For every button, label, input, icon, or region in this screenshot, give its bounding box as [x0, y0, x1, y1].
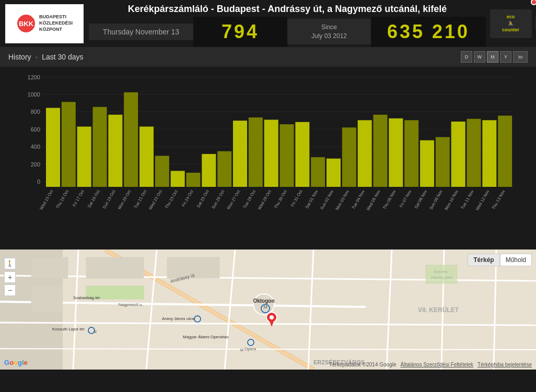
bar-label-7: Wed 22 Oct: [148, 189, 163, 211]
nav-icon-30days[interactable]: 30: [513, 51, 528, 63]
bar-20[interactable]: [358, 120, 372, 187]
bar-18[interactable]: [327, 159, 341, 187]
bar-7[interactable]: [155, 156, 169, 187]
bkk-logo: BKK BUDAPESTI KÖZLEKEDÉSI KÖZPONT: [0, 0, 89, 47]
svg-text:Opera: Opera: [244, 347, 257, 351]
svg-text:1000: 1000: [28, 91, 40, 98]
svg-text:M: M: [94, 330, 97, 334]
bar-9[interactable]: [187, 173, 201, 187]
bar-label-25: Sun 09 Nov: [428, 189, 444, 211]
bar-label-13: Tue 28 Oct: [242, 189, 257, 209]
bar-25[interactable]: [436, 137, 450, 187]
map-zoom-out[interactable]: −: [4, 284, 16, 296]
svg-text:VII. KERÜLET: VII. KERÜLET: [418, 306, 459, 314]
bar-label-26: Mon 10 Nov: [444, 189, 459, 211]
bar-23[interactable]: [404, 120, 418, 187]
bar-label-16: Fri 31 Oct: [290, 189, 304, 208]
map-person-icon[interactable]: 🚶: [4, 258, 16, 269]
bar-17[interactable]: [311, 157, 325, 187]
bar-label-15: Thu 30 Oct: [273, 189, 288, 209]
bar-28[interactable]: [482, 120, 496, 187]
bar-label-27: Tue 11 Nov: [460, 189, 474, 210]
header-title: Kerékpárszámláló - Budapest - Andrássy ú…: [128, 1, 447, 17]
bar-label-12: Mon 27 Oct: [226, 189, 241, 210]
stat-today-value: 794: [199, 21, 282, 43]
bar-label-21: Wed 05 Nov: [366, 189, 381, 211]
bar-label-24: Sat 08 Nov: [414, 189, 428, 210]
bar-3[interactable]: [93, 107, 107, 187]
nav-separator: -: [36, 53, 38, 61]
google-logo: Google: [4, 358, 28, 366]
svg-rect-54: [426, 265, 457, 283]
bar-label-4: Sun 19 Oct: [102, 189, 116, 210]
svg-rect-33: [31, 286, 63, 312]
header-stats: Thursday November 13 794 Since July 03 2…: [89, 17, 486, 47]
bar-2[interactable]: [77, 127, 91, 187]
map-area: Oktogon M Nagymező u. Andrássy út Szabad…: [0, 250, 536, 370]
bar-24[interactable]: [420, 140, 434, 187]
bar-10[interactable]: [202, 154, 216, 187]
stat-date: Thursday November 13: [89, 23, 193, 40]
bar-label-1: Thu 16 Oct: [55, 189, 69, 209]
bar-label-28: Wed 12 Nov: [475, 189, 491, 211]
bar-12[interactable]: [233, 121, 247, 187]
svg-text:200: 200: [31, 161, 40, 168]
bar-26[interactable]: [451, 122, 465, 187]
bar-label-19: Mon 03 Nov: [335, 189, 350, 211]
nav-icon-year[interactable]: Y: [500, 51, 511, 63]
bar-6[interactable]: [139, 127, 154, 187]
svg-text:Magyar Állami Operaház: Magyar Állami Operaház: [183, 335, 229, 339]
svg-text:800: 800: [31, 109, 40, 115]
nav-icon-month[interactable]: M: [487, 51, 498, 63]
bar-label-29: Thu 13 Nov: [491, 189, 506, 210]
bar-8[interactable]: [171, 171, 185, 187]
header-center: Kerékpárszámláló - Budapest - Andrássy ú…: [89, 1, 486, 47]
bar-label-6: Tue 21 Oct: [133, 189, 148, 209]
bar-29[interactable]: [498, 116, 512, 187]
stat-total-value: 635 210: [376, 21, 481, 43]
svg-text:Arany János utca: Arany János utca: [162, 316, 194, 321]
svg-text:0: 0: [37, 179, 40, 185]
bar-label-23: Fri 07 Nov: [399, 189, 412, 208]
bar-16[interactable]: [295, 122, 309, 187]
svg-text:600: 600: [31, 126, 40, 133]
bar-label-10: Sat 25 Oct: [196, 189, 210, 209]
bar-label-0: Wed 15 Oct: [39, 189, 54, 211]
bar-14[interactable]: [264, 120, 278, 187]
map-zoom-in[interactable]: +: [4, 271, 16, 283]
bar-19[interactable]: [342, 127, 356, 187]
map-footer: Térképadatok ©2014 Google Általános Szer…: [329, 362, 532, 367]
stat-since: Since July 03 2012: [287, 19, 371, 45]
bar-1[interactable]: [62, 102, 76, 187]
stat-total: 635 210: [371, 17, 486, 47]
map-type-map[interactable]: Térkép: [468, 254, 499, 266]
bar-13[interactable]: [249, 117, 263, 187]
svg-text:Nagymező u.: Nagymező u.: [118, 302, 143, 307]
bar-label-11: Sun 26 Oct: [211, 189, 226, 210]
svg-point-57: [270, 315, 274, 319]
map-terms[interactable]: Általános Szerződési Feltételek: [401, 362, 474, 367]
map-data-label: Térképadatok ©2014 Google: [329, 362, 397, 367]
svg-text:Szabadság tér: Szabadság tér: [73, 295, 100, 300]
svg-text:Kossuth Lajos tér: Kossuth Lajos tér: [52, 327, 85, 331]
bar-11[interactable]: [217, 151, 231, 187]
nav-icon-day[interactable]: D: [461, 51, 472, 63]
bar-0[interactable]: [46, 108, 60, 187]
bar-label-5: Mon 20 Oct: [117, 189, 132, 210]
nav-icon-group: D W M Y 30: [461, 51, 528, 63]
bar-21[interactable]: [374, 115, 388, 187]
bar-15[interactable]: [280, 124, 294, 187]
bar-4[interactable]: [108, 115, 122, 187]
map-placeholder: Oktogon M Nagymező u. Andrássy út Szabad…: [0, 250, 536, 370]
map-type-satellite[interactable]: Műhold: [500, 254, 532, 266]
nav-period[interactable]: Last 30 days: [42, 53, 83, 61]
svg-rect-31: [86, 257, 144, 278]
map-report[interactable]: Térképhiba bejelentése: [477, 362, 532, 367]
bar-22[interactable]: [389, 118, 403, 187]
bar-label-9: Fri 24 Oct: [181, 189, 194, 208]
bar-5[interactable]: [124, 92, 138, 187]
nav-icon-week[interactable]: W: [474, 51, 485, 63]
nav-history[interactable]: History: [8, 53, 31, 61]
chart-area: 1200 1000 800 600 400 200 0 Wed 15 OctTh…: [0, 67, 536, 250]
bar-27[interactable]: [467, 119, 481, 187]
